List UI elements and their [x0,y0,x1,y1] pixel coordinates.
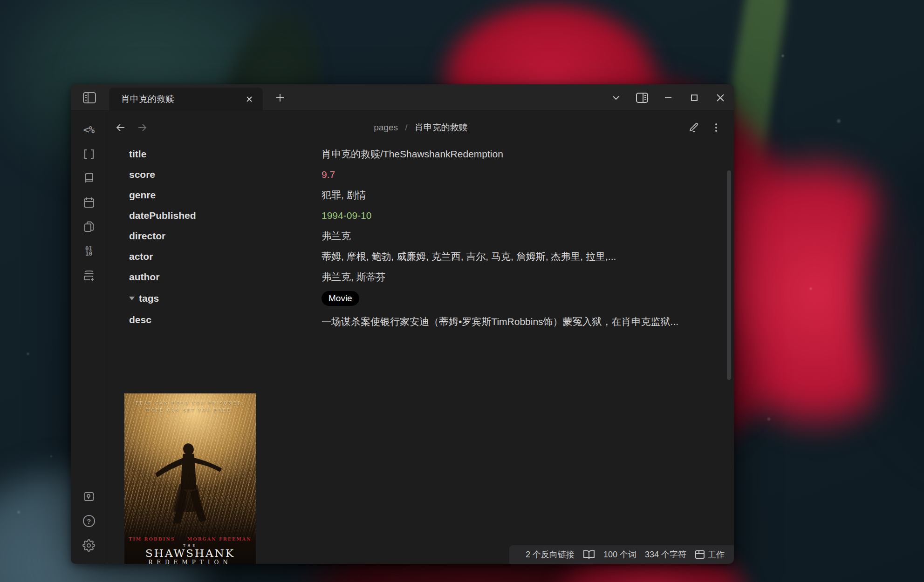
attribute-value[interactable]: 肖申克的救赎/TheShawshankRedemption [322,148,734,161]
poster-figure [147,430,229,547]
right-dock-toggle-button[interactable] [636,92,648,104]
left-dock-toggle-button[interactable] [81,90,98,105]
maximize-button[interactable] [688,92,700,104]
back-button[interactable] [113,120,128,135]
panel-left-icon [82,92,96,104]
desktop: 肖申克的救赎 [0,0,924,582]
template-icon[interactable]: <% [82,123,96,136]
backlinks-count[interactable]: 2 个反向链接 [526,549,575,560]
brackets-icon[interactable] [82,148,96,161]
attribute-row-tags: tags Movie [129,287,734,310]
tab-strip: 肖申克的救赎 [71,84,734,111]
attribute-key[interactable]: title [129,148,322,161]
book-icon[interactable] [82,172,96,185]
attribute-row-director: director 弗兰克 [129,226,734,246]
app-window: 肖申克的救赎 [71,84,734,564]
breadcrumb-current[interactable]: 肖申克的救赎 [415,122,468,132]
attribute-value[interactable]: 弗兰克 [322,230,734,243]
attribute-value[interactable]: 9.7 [322,168,734,181]
attribute-row-score: score 9.7 [129,164,734,185]
plus-icon [275,93,285,102]
attribute-row-title: title 肖申克的救赎/TheShawshankRedemption [129,144,734,164]
edit-mode-button[interactable] [687,121,700,134]
help-icon[interactable]: ? [82,514,96,528]
panel-right-icon [636,92,649,103]
attribute-key[interactable]: datePublished [129,209,322,222]
arrow-right-icon [137,122,148,133]
poster-bottom-block: TIM ROBBINS MORGAN FREEMAN THE SHAWSHANK… [124,535,256,564]
maximize-icon [690,94,698,102]
attribute-key[interactable]: desc [129,313,322,326]
word-count: 100 个词 [603,549,637,560]
tab-shawshank[interactable]: 肖申克的救赎 [109,88,263,111]
attribute-key[interactable]: genre [129,189,322,202]
dock-top-group: <% [82,123,96,282]
forward-button[interactable] [135,120,150,135]
breadcrumb: pages / 肖申克的救赎 [374,122,468,134]
attribute-value: Movie [322,291,734,306]
poster-title-main: SHAWSHANK [145,548,235,559]
attribute-key[interactable]: director [129,230,322,243]
vault-icon[interactable] [82,490,96,503]
gear-icon[interactable] [82,539,96,552]
editor-toolbar: pages / 肖申克的救赎 [108,111,734,144]
tab-title: 肖申克的救赎 [121,93,242,105]
arrow-left-icon [115,122,126,133]
attribute-value[interactable]: 一场谋杀案使银行家安迪（蒂姆•罗宾斯TimRobbins饰）蒙冤入狱，在肖申克监… [322,313,700,330]
collapse-arrow-icon[interactable] [129,297,135,300]
char-count: 334 个字符 [645,549,686,560]
workspace-icon [695,550,705,559]
calendar-icon[interactable] [82,196,96,209]
attribute-row-desc: desc 一场谋杀案使银行家安迪（蒂姆•罗宾斯TimRobbins饰）蒙冤入狱，… [129,310,734,333]
status-bar: 2 个反向链接 100 个词 334 个字符 [509,545,734,564]
document-content: title 肖申克的救赎/TheShawshankRedemption scor… [108,144,734,564]
movie-poster-image[interactable]: FEAR CAN HOLD YOU PRISONER. HOPE CAN SET… [124,393,256,564]
window-controls [610,84,726,111]
attribute-row-author: author 弗兰克, 斯蒂芬 [129,267,734,287]
breadcrumb-parent[interactable]: pages [374,122,398,132]
tab-close-icon[interactable] [242,92,256,106]
poster-tagline: FEAR CAN HOLD YOU PRISONER. HOPE CAN SET… [124,400,256,414]
attribute-value[interactable]: 犯罪, 剧情 [322,189,734,202]
copy-icon[interactable] [82,220,96,233]
toolbar-right-group [687,121,723,134]
kebab-menu-icon [712,122,721,133]
attribute-row-genre: genre 犯罪, 剧情 [129,185,734,205]
breadcrumb-separator: / [405,122,407,132]
attribute-key[interactable]: tags [129,292,322,305]
more-options-button[interactable] [710,121,723,134]
editor-area: pages / 肖申克的救赎 [108,111,734,564]
open-book-icon[interactable] [583,549,595,560]
attribute-value[interactable]: 弗兰克, 斯蒂芬 [322,271,734,284]
attribute-key[interactable]: actor [129,250,322,263]
attribute-value[interactable]: 蒂姆, 摩根, 鲍勃, 威廉姆, 克兰西, 吉尔, 马克, 詹姆斯, 杰弗里, … [322,250,734,263]
workspace-name: 工作 [708,549,725,560]
pencil-icon [688,122,699,133]
binary-icon[interactable]: 01 10 [82,244,96,257]
attribute-row-datePublished: datePublished 1994-09-10 [129,205,734,226]
attribute-key[interactable]: author [129,271,322,284]
attribute-table: title 肖申克的救赎/TheShawshankRedemption scor… [108,144,734,333]
card-add-icon[interactable] [82,269,96,282]
tag-movie[interactable]: Movie [322,291,359,306]
left-dock: <% [71,111,107,564]
minimize-button[interactable] [662,92,674,104]
dock-bottom-group: ? [82,490,96,552]
poster-actor-names: TIM ROBBINS MORGAN FREEMAN [129,536,251,541]
attribute-key[interactable]: score [129,168,322,181]
vertical-scrollbar-thumb[interactable] [727,170,731,380]
poster-title-sub: REDEMPTION [148,559,232,564]
attribute-row-actor: actor 蒂姆, 摩根, 鲍勃, 威廉姆, 克兰西, 吉尔, 马克, 詹姆斯,… [129,246,734,267]
chevron-down-icon [611,93,621,102]
attribute-value[interactable]: 1994-09-10 [322,209,734,222]
new-tab-button[interactable] [272,90,288,105]
close-icon [716,93,725,102]
minimize-icon [664,93,673,102]
close-window-button[interactable] [714,92,726,104]
workspace-switcher[interactable]: 工作 [695,549,725,560]
tab-menu-button[interactable] [610,92,622,104]
